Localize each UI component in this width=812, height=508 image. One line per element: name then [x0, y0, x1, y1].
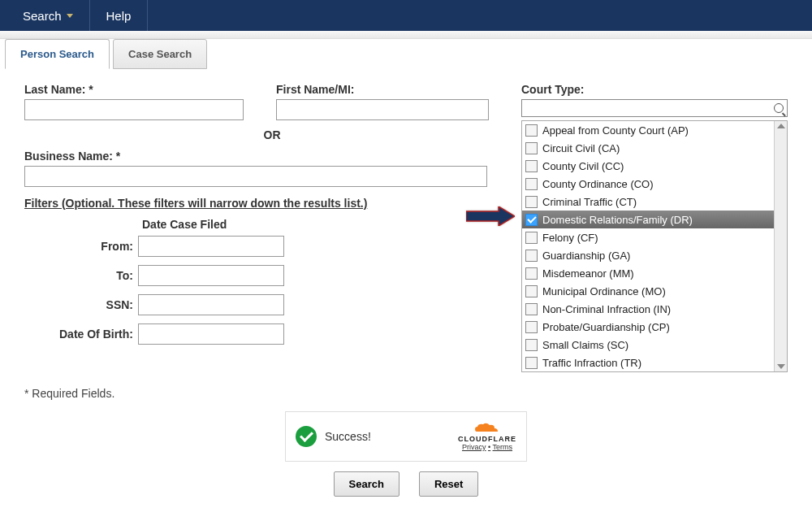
chevron-down-icon: [67, 14, 73, 18]
captcha-privacy-link[interactable]: Privacy: [462, 443, 486, 451]
lastname-label: Last Name: *: [24, 83, 244, 96]
court-type-item[interactable]: Appeal from County Court (AP): [522, 121, 774, 139]
to-label: To:: [24, 269, 138, 282]
court-type-item-label: Traffic Infraction (TR): [542, 357, 641, 369]
nav-help-label: Help: [106, 9, 132, 23]
scrollbar[interactable]: [774, 121, 787, 371]
court-type-item[interactable]: Traffic Infraction (TR): [522, 354, 774, 371]
business-label: Business Name: *: [24, 150, 489, 163]
court-type-item[interactable]: Small Claims (SC): [522, 336, 774, 354]
tab-strip: Person Search Case Search: [0, 38, 812, 68]
court-type-item-label: Domestic Relations/Family (DR): [542, 214, 693, 226]
cloudflare-brand: CLOUDFLARE: [458, 435, 516, 443]
dob-input[interactable]: [138, 323, 284, 345]
court-type-list: Appeal from County Court (AP)Circuit Civ…: [521, 120, 788, 372]
tab-case-search[interactable]: Case Search: [113, 39, 207, 69]
from-input[interactable]: [138, 236, 284, 257]
captcha-widget: Success! CLOUDFLARE Privacy • Terms: [285, 411, 527, 462]
court-type-item-label: Probate/Guardianship (CP): [542, 321, 670, 333]
court-type-item-label: Small Claims (SC): [542, 339, 628, 351]
court-type-item[interactable]: Circuit Civil (CA): [522, 139, 774, 157]
court-type-item[interactable]: County Ordinance (CO): [522, 175, 774, 193]
checkbox-icon[interactable]: [525, 214, 538, 226]
dob-label: Date Of Birth:: [24, 328, 138, 341]
court-type-item[interactable]: County Civil (CC): [522, 157, 774, 175]
checkbox-icon[interactable]: [525, 285, 538, 297]
court-type-item[interactable]: Criminal Traffic (CT): [522, 193, 774, 211]
court-type-item-label: Circuit Civil (CA): [542, 142, 620, 154]
checkbox-icon[interactable]: [525, 303, 538, 315]
main-content: Last Name: * First Name/MI: OR Business …: [0, 68, 812, 380]
firstname-label: First Name/MI:: [276, 83, 489, 96]
court-type-search[interactable]: [521, 99, 788, 117]
right-column: Court Type: Appeal from County Court (AP…: [521, 83, 788, 372]
from-label: From:: [24, 240, 138, 253]
required-fields-note: * Required Fields.: [0, 387, 812, 400]
checkbox-icon[interactable]: [525, 142, 538, 154]
checkbox-icon[interactable]: [525, 196, 538, 208]
court-type-item[interactable]: Probate/Guardianship (CP): [522, 318, 774, 336]
court-type-item-label: Municipal Ordinance (MO): [542, 285, 666, 297]
or-separator: OR: [260, 128, 284, 141]
court-type-item[interactable]: Misdemeanor (MM): [522, 264, 774, 282]
ssn-label: SSN:: [24, 298, 138, 311]
checkbox-icon[interactable]: [525, 178, 538, 190]
checkbox-icon[interactable]: [525, 267, 538, 280]
court-type-item-label: Non-Criminal Infraction (IN): [542, 303, 671, 315]
checkbox-icon[interactable]: [525, 321, 538, 333]
tab-person-search[interactable]: Person Search: [5, 39, 110, 69]
business-input[interactable]: [24, 166, 487, 187]
left-column: Last Name: * First Name/MI: OR Business …: [24, 83, 489, 372]
nav-search-label: Search: [23, 9, 62, 23]
search-icon: [774, 103, 784, 113]
reset-button[interactable]: Reset: [419, 471, 478, 497]
to-input[interactable]: [138, 265, 284, 286]
court-type-item[interactable]: Domestic Relations/Family (DR): [522, 211, 774, 228]
pointer-arrow-icon: [466, 206, 515, 228]
court-type-item-label: Misdemeanor (MM): [542, 267, 634, 280]
checkbox-icon[interactable]: [525, 160, 538, 172]
scroll-down-icon[interactable]: [777, 364, 785, 369]
court-type-item-label: County Civil (CC): [542, 160, 624, 172]
search-button[interactable]: Search: [334, 471, 400, 497]
court-type-item[interactable]: Guardianship (GA): [522, 246, 774, 264]
top-navbar: Search Help: [0, 0, 812, 31]
scroll-up-icon[interactable]: [777, 124, 785, 128]
firstname-input[interactable]: [276, 99, 489, 120]
captcha-success-text: Success!: [325, 430, 371, 443]
court-type-item-label: Felony (CF): [542, 232, 598, 244]
checkbox-icon[interactable]: [525, 339, 538, 351]
court-type-item-label: Guardianship (GA): [542, 250, 630, 262]
ssn-input[interactable]: [138, 294, 284, 315]
filters-heading: Filters (Optional. These filters will na…: [24, 197, 489, 210]
svg-marker-0: [466, 206, 515, 226]
date-filed-title: Date Case Filed: [142, 218, 489, 231]
captcha-dot: •: [488, 443, 490, 451]
success-check-icon: [296, 426, 317, 447]
nav-search[interactable]: Search: [6, 0, 90, 31]
court-type-item-label: Appeal from County Court (AP): [542, 124, 689, 137]
nav-help[interactable]: Help: [90, 0, 149, 31]
captcha-terms-link[interactable]: Terms: [493, 443, 513, 451]
court-type-item[interactable]: Felony (CF): [522, 228, 774, 246]
court-type-item-label: County Ordinance (CO): [542, 178, 654, 190]
checkbox-icon[interactable]: [525, 357, 538, 369]
checkbox-icon[interactable]: [525, 250, 538, 262]
court-type-item[interactable]: Non-Criminal Infraction (IN): [522, 300, 774, 318]
checkbox-icon[interactable]: [525, 232, 538, 244]
court-type-label: Court Type:: [521, 83, 788, 96]
cloudflare-logo-icon: [458, 422, 516, 433]
button-row: Search Reset: [0, 471, 812, 497]
checkbox-icon[interactable]: [525, 124, 538, 137]
lastname-input[interactable]: [24, 99, 244, 120]
court-type-item[interactable]: Municipal Ordinance (MO): [522, 282, 774, 300]
court-type-item-label: Criminal Traffic (CT): [542, 196, 637, 208]
